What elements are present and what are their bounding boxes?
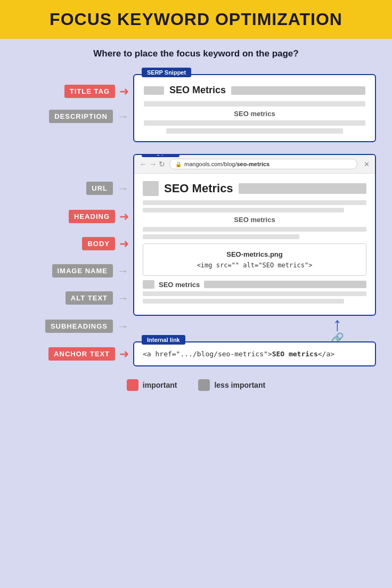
serp-desc-text: SEO metrics: [144, 110, 365, 118]
serp-labels: TITLE TAG ➜ DESCRIPTION →: [16, 74, 133, 125]
serp-panel: SERP Snippet SEO Metrics SEO metrics: [133, 74, 376, 142]
blog-heading-text: SEO Metrics: [164, 182, 233, 195]
browser-nav: ← → ↻: [140, 160, 165, 168]
internal-link-tab-label: Internal link: [142, 335, 185, 345]
reload-icon[interactable]: ↻: [159, 160, 165, 168]
blog-heading-bar: [239, 183, 366, 194]
alt-text-badge: ALT TEXT: [66, 291, 113, 305]
blog-subheading-row: SEO metrics: [143, 280, 366, 289]
header: FOCUS KEYWORD OPTIMIZATION: [0, 0, 392, 39]
body-arrow: ➜: [119, 238, 129, 250]
title-tag-arrow: ➜: [119, 86, 129, 97]
blog-heading-placeholder: [143, 181, 159, 196]
legend-red-box: [127, 379, 138, 391]
blog-subheading-text: SEO metrics: [159, 281, 200, 289]
url-bold-part: seo-metrics: [236, 161, 270, 167]
blog-content: SEO Metrics SEO metrics SEO-metrics.png …: [134, 174, 375, 315]
blog-text-bar-3: [143, 227, 366, 232]
up-arrow-icon: ↑: [333, 315, 342, 334]
serp-title-placeholder: [144, 86, 164, 95]
legend: important less important: [0, 379, 392, 391]
browser-bar: ← → ↻ 🔒 mangools.com/blog/seo-metrics ✕: [134, 155, 375, 174]
internal-link-wrapper: ↑ 🔗 ANCHOR TEXT ➜ Internal link <a href=…: [16, 341, 376, 366]
description-badge: DESCRIPTION: [49, 110, 113, 123]
lock-icon: 🔒: [175, 161, 182, 167]
blog-panel: Blog post ← → ↻ 🔒 mangools.com/blog/seo-…: [133, 154, 376, 316]
blog-text-bar-5: [143, 291, 366, 296]
blog-subheading-bar: [204, 281, 366, 288]
blog-box: Blog post ← → ↻ 🔒 mangools.com/blog/seo-…: [133, 154, 376, 316]
internal-link-box: Internal link <a href=".../blog/seo-metr…: [133, 341, 376, 366]
blog-body-label: SEO metrics: [143, 216, 366, 224]
internal-link-panel: Internal link <a href=".../blog/seo-metr…: [133, 341, 376, 366]
forward-icon[interactable]: →: [149, 160, 157, 168]
legend-important: important: [127, 379, 177, 391]
subtitle: Where to place the focus keyword on the …: [0, 48, 392, 59]
blog-image-box: SEO-metrics.png <img src="" alt="SEO met…: [143, 243, 366, 276]
description-label-item: DESCRIPTION →: [16, 110, 133, 123]
serp-desc-bar-2: [166, 128, 344, 134]
title-tag-label-item: TITLE TAG ➜: [16, 85, 133, 98]
heading-label-item: HEADING ➜: [16, 210, 133, 223]
url-arrow: →: [117, 183, 129, 194]
alt-text-arrow: →: [117, 292, 129, 304]
url-label-item: URL →: [16, 182, 133, 195]
page-wrapper: FOCUS KEYWORD OPTIMIZATION Where to plac…: [0, 0, 392, 407]
chain-arrow-group: ↑ 🔗: [331, 315, 344, 345]
alt-text-label-item: ALT TEXT →: [16, 291, 133, 305]
legend-less-important-label: less important: [214, 381, 265, 389]
serp-title-text: SEO Metrics: [169, 85, 226, 96]
browser-url-bar[interactable]: 🔒 mangools.com/blog/seo-metrics: [169, 159, 357, 169]
url-text: mangools.com/blog/seo-metrics: [184, 161, 270, 167]
description-arrow: →: [117, 111, 129, 123]
url-badge: URL: [86, 182, 113, 195]
title-tag-badge: TITLE TAG: [64, 85, 115, 98]
blog-subheading-placeholder: [143, 280, 154, 289]
serp-box: SERP Snippet SEO Metrics SEO metrics: [133, 74, 376, 142]
legend-important-label: important: [143, 381, 177, 389]
body-label-item: BODY ➜: [16, 237, 133, 250]
anchor-text-bold: SEO metrics: [272, 350, 318, 358]
anchor-text-badge: ANCHOR TEXT: [48, 347, 115, 361]
blog-text-bar-1: [143, 200, 366, 205]
blog-section: URL → HEADING ➜ BODY ➜ IMA: [16, 154, 376, 336]
serp-title-row: SEO Metrics: [144, 85, 365, 96]
blog-heading-row: SEO Metrics: [143, 181, 366, 196]
legend-less-important: less important: [198, 379, 265, 391]
subheadings-arrow: →: [117, 321, 129, 332]
back-icon[interactable]: ←: [140, 160, 147, 168]
blog-tab-label: Blog post: [142, 154, 179, 157]
heading-arrow: ➜: [119, 211, 129, 223]
anchor-text-label-col: ANCHOR TEXT ➜: [16, 347, 133, 361]
serp-url-bar: [144, 101, 365, 107]
internal-link-code: <a href=".../blog/seo-metrics">SEO metri…: [143, 350, 366, 358]
image-name-badge: IMAGE NAME: [52, 264, 113, 277]
blog-image-filename: SEO-metrics.png: [151, 250, 358, 258]
image-name-arrow: →: [117, 265, 129, 277]
main-title: FOCUS KEYWORD OPTIMIZATION: [16, 10, 376, 29]
anchor-text-arrow: ➜: [119, 348, 129, 360]
internal-link-row: ANCHOR TEXT ➜ Internal link <a href="...…: [16, 341, 376, 366]
blog-text-bar-4: [143, 234, 299, 239]
legend-gray-box: [198, 379, 210, 391]
subheadings-label-item: SUBHEADINGS →: [16, 320, 133, 333]
serp-title-bar: [231, 86, 365, 95]
image-name-label-item: IMAGE NAME →: [16, 264, 133, 277]
heading-badge: HEADING: [69, 210, 115, 223]
browser-close-icon[interactable]: ✕: [364, 160, 370, 168]
blog-image-alt-code: <img src="" alt="SEO metrics">: [151, 262, 358, 269]
serp-desc-bar-1: [144, 120, 365, 126]
subheadings-badge: SUBHEADINGS: [45, 320, 113, 333]
blog-text-bar-6: [143, 299, 344, 304]
blog-labels: URL → HEADING ➜ BODY ➜ IMA: [16, 154, 133, 336]
blog-text-bar-2: [143, 208, 344, 213]
serp-section: TITLE TAG ➜ DESCRIPTION → SERP Snippet S: [16, 74, 376, 142]
body-badge: BODY: [82, 237, 115, 250]
serp-tab-label: SERP Snippet: [142, 68, 191, 77]
